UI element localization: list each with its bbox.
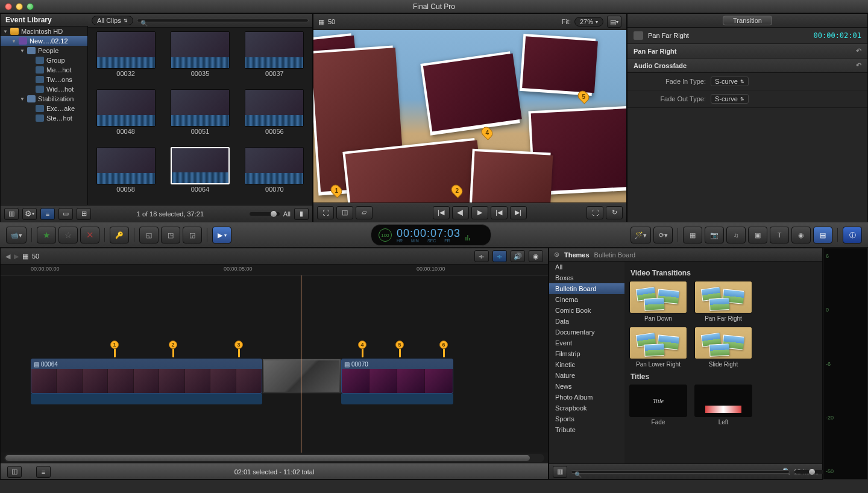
- theme-item-pan-far-right[interactable]: Pan Far Right: [694, 281, 752, 322]
- timeline-audio-00064[interactable]: [31, 394, 262, 404]
- clip-thumb-00056[interactable]: 00056: [241, 89, 309, 143]
- step-back-button[interactable]: ◀|: [452, 206, 469, 219]
- clip-thumb-00032[interactable]: 00032: [92, 31, 160, 86]
- zoom-window-button[interactable]: [27, 3, 34, 10]
- clip-thumb-00035[interactable]: 00035: [166, 31, 234, 86]
- themes-browser-button[interactable]: ▤: [813, 227, 832, 243]
- timeline-marker-3[interactable]: 3: [234, 341, 243, 355]
- theme-category-bulletin-board[interactable]: Bulletin Board: [549, 283, 624, 294]
- viewer-settings-button[interactable]: ▤▾: [607, 16, 621, 28]
- solo-button[interactable]: ◉: [529, 250, 543, 262]
- append-clip-button[interactable]: ◲: [183, 227, 202, 243]
- effects-browser-button[interactable]: ▣: [748, 227, 767, 243]
- timeline-index-button[interactable]: ◫: [7, 466, 22, 478]
- clip-zoom-slider[interactable]: [250, 212, 280, 216]
- tree-row-exc-ake[interactable]: Exc…ake: [1, 104, 87, 113]
- play-button[interactable]: ▶: [471, 206, 488, 219]
- timeline-marker-2[interactable]: 2: [169, 341, 177, 355]
- themes-view-button[interactable]: ▥: [553, 466, 567, 478]
- keyword-button[interactable]: 🔑: [110, 227, 129, 243]
- theme-item-slide-right[interactable]: Slide Right: [694, 327, 752, 368]
- tree-row-group[interactable]: Group: [1, 55, 87, 65]
- favorite-button[interactable]: ★: [37, 227, 56, 243]
- timeline-clip-00064[interactable]: ▤ 00064: [31, 359, 262, 394]
- theme-category-event[interactable]: Event: [549, 338, 624, 348]
- timeline-marker-1[interactable]: 1: [110, 341, 119, 355]
- snapping-button[interactable]: ⟛: [474, 250, 489, 262]
- clip-appearance-button[interactable]: ▮: [294, 208, 309, 220]
- theme-item-pan-down[interactable]: Pan Down: [629, 281, 687, 322]
- forward-button[interactable]: ▶: [14, 253, 19, 260]
- disclosure-triangle-icon[interactable]: ▼: [20, 96, 25, 102]
- inspector-tab-transition[interactable]: Transition: [723, 16, 772, 25]
- step-forward-button[interactable]: |◀: [491, 206, 508, 219]
- unrate-button[interactable]: ☆: [58, 227, 78, 243]
- themes-search-input[interactable]: [571, 470, 790, 474]
- reset-icon[interactable]: ↶: [856, 47, 861, 55]
- skimming-button[interactable]: ⟛: [492, 250, 507, 262]
- music-browser-button[interactable]: ♫: [726, 227, 746, 243]
- settings-button[interactable]: ▾: [22, 208, 37, 220]
- theme-category-sports[interactable]: Sports: [549, 413, 624, 424]
- inspector-duration[interactable]: 00:00:02:01: [814, 31, 861, 40]
- timeline-ruler[interactable]: 00:00:00:00 00:00:05:00 00:00:10:00: [1, 265, 548, 275]
- theme-category-photo-album[interactable]: Photo Album: [549, 392, 624, 403]
- insert-clip-button[interactable]: ◳: [161, 227, 180, 243]
- zoom-dropdown[interactable]: 27%▾: [574, 17, 603, 27]
- connect-clip-button[interactable]: ◱: [139, 227, 159, 243]
- theme-item-pan-lower-right[interactable]: Pan Lower Right: [629, 327, 687, 368]
- playhead[interactable]: [301, 275, 301, 453]
- theme-category-kinetic[interactable]: Kinetic: [549, 359, 624, 370]
- reject-button[interactable]: ✕: [80, 227, 99, 243]
- clip-thumb-00058[interactable]: 00058: [92, 147, 160, 201]
- timeline-marker-4[interactable]: 4: [358, 341, 366, 355]
- clip-thumb-00070[interactable]: 00070: [241, 147, 309, 201]
- tree-row-ste-hot[interactable]: Ste…hot: [1, 113, 87, 123]
- clip-thumb-00048[interactable]: 00048: [92, 89, 160, 143]
- clip-filter-dropdown[interactable]: All Clips ⇅: [92, 16, 133, 25]
- theme-category-scrapbook[interactable]: Scrapbook: [549, 403, 624, 413]
- go-to-end-button[interactable]: ▶|: [510, 206, 527, 219]
- tree-row-me-hot[interactable]: Me…hot: [1, 65, 87, 75]
- view-filmstrip-button[interactable]: ▭: [58, 208, 73, 220]
- timeline-marker-6[interactable]: 6: [439, 341, 448, 355]
- transform-button[interactable]: ⛶: [317, 206, 334, 219]
- disclosure-triangle-icon[interactable]: ▼: [11, 39, 16, 44]
- disclosure-triangle-icon[interactable]: ▼: [3, 29, 8, 34]
- audio-skimming-button[interactable]: 🔊: [511, 250, 525, 262]
- inspector-toggle-button[interactable]: ⓘ: [843, 227, 862, 243]
- theme-category-news[interactable]: News: [549, 381, 624, 392]
- theme-item-left[interactable]: Left: [694, 385, 752, 425]
- viewer-canvas[interactable]: 1 2 4 5: [313, 30, 626, 203]
- minimize-window-button[interactable]: [16, 3, 23, 10]
- crop-button[interactable]: ◫: [336, 206, 353, 219]
- dashboard-timecode[interactable]: 100 00:00:07:03 HR MIN SEC FR: [371, 224, 491, 246]
- tree-row-new-02-12[interactable]: ▼New….02.12: [1, 36, 87, 46]
- theme-category-cinema[interactable]: Cinema: [549, 294, 624, 305]
- clip-thumb-00051[interactable]: 00051: [166, 89, 234, 143]
- theme-category-filmstrip[interactable]: Filmstrip: [549, 348, 624, 359]
- loop-button[interactable]: ↻: [606, 206, 623, 219]
- view-clips-button[interactable]: ⊞: [77, 208, 91, 220]
- clip-thumb-00037[interactable]: 00037: [241, 31, 309, 86]
- fade-out-select[interactable]: S-curve⇅: [711, 94, 749, 104]
- titles-browser-button[interactable]: T: [770, 227, 789, 243]
- tree-row-wid-hot[interactable]: Wid…hot: [1, 84, 87, 94]
- reset-icon[interactable]: ↶: [856, 61, 861, 69]
- disclosure-triangle-icon[interactable]: ▼: [20, 48, 25, 54]
- back-button[interactable]: ◀: [5, 253, 10, 260]
- theme-category-documentary[interactable]: Documentary: [549, 327, 624, 338]
- tree-row-people[interactable]: ▼People: [1, 46, 87, 55]
- distort-button[interactable]: ▱: [356, 206, 373, 219]
- go-to-start-button[interactable]: |◀: [433, 206, 450, 219]
- filmstrip-toggle-button[interactable]: ▥: [4, 208, 19, 220]
- timeline-clip-00070[interactable]: ▤ 00070: [341, 359, 453, 394]
- close-browser-icon[interactable]: ⊗: [554, 251, 559, 259]
- generators-browser-button[interactable]: ◉: [791, 227, 811, 243]
- timeline-tracks[interactable]: ▤ 00064▤ 00070123456: [1, 275, 548, 453]
- retime-button[interactable]: ⟳▾: [653, 227, 673, 243]
- theme-category-data[interactable]: Data: [549, 316, 624, 327]
- timeline-scrollbar[interactable]: [4, 454, 544, 462]
- theme-item-fade[interactable]: TitleFade: [629, 385, 687, 425]
- fade-in-select[interactable]: S-curve⇅: [711, 77, 749, 86]
